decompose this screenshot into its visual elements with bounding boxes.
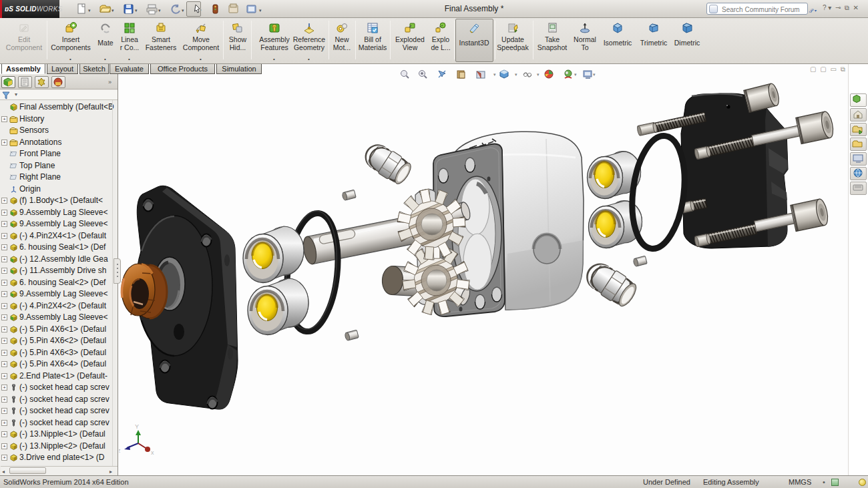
svg-text:Y: Y — [135, 423, 139, 430]
svg-text:z: z — [119, 447, 121, 454]
svg-text:x: x — [151, 449, 154, 456]
